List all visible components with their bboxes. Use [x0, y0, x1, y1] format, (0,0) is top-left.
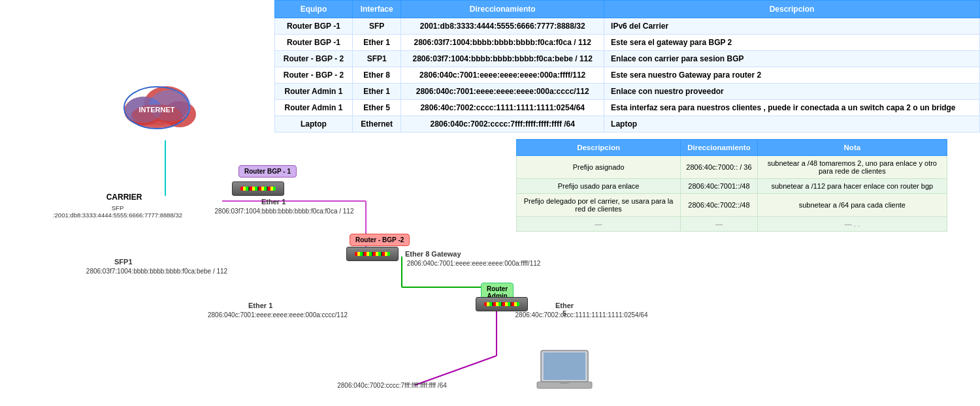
table-row: Prefijo usado para enlace2806:40c:7001::… — [517, 179, 947, 194]
cell-descripcion: Este sera nuestro Gateway para router 2 — [604, 67, 980, 84]
cell2-descripcion: Prefijo delegado por el carrier, se usar… — [517, 194, 681, 217]
cell2-nota: subnetear a /48 tomaremos 2, uno para en… — [757, 156, 947, 179]
table-row: ——— . . — [517, 217, 947, 232]
table-row: LaptopEthernet2806:040c:7002:cccc:7fff:f… — [275, 116, 980, 133]
table-row: Prefijo delegado por el carrier, se usar… — [517, 194, 947, 217]
cell2-descripcion: Prefijo usado para enlace — [517, 179, 681, 194]
sfp1-addr: 2806:03f7:1004:bbbb:bbbb:bbbb:f0ca:bebe … — [65, 268, 248, 275]
table-row: Router - BGP - 2Ether 82806:040c:7001:ee… — [275, 67, 980, 84]
table-row: Prefijo asignado2806:40c:7000:: / 36subn… — [517, 156, 947, 179]
svg-point-18 — [559, 381, 570, 384]
main-table: Equipo Interface Direccionamiento Descri… — [274, 0, 980, 133]
cell2-direccionamiento: — — [681, 217, 758, 232]
cell-equipo: Router - BGP - 2 — [275, 67, 353, 84]
cell-equipo: Router Admin 1 — [275, 84, 353, 100]
table-row: Router Admin 1Ether 52806:40c:7002:cccc:… — [275, 100, 980, 116]
cell-direccionamiento: 2806:040c:7002:cccc:7fff:ffff:ffff:ffff … — [401, 116, 604, 133]
cell-direccionamiento: 2806:03f7:1004:bbbb:bbbb:bbbb:f0ca:bebe … — [401, 51, 604, 67]
table-row: Router BGP -1SFP2001:db8:3333:4444:5555:… — [275, 18, 980, 35]
cell-descripcion: Este sera el gateway para BGP 2 — [604, 35, 980, 51]
cell2-direccionamiento: 2806:40c:7002::/48 — [681, 194, 758, 217]
cell-descripcion: Laptop — [604, 116, 980, 133]
laptop-addr: 2806:040c:7002:cccc:7fff:ffff:ffff:ffff … — [287, 382, 497, 389]
table-row: Router BGP -1Ether 12806:03f7:1004:bbbb:… — [275, 35, 980, 51]
cell-direccionamiento: 2806:040c:7001:eeee:eeee:eeee:000a:cccc/… — [401, 84, 604, 100]
ether1-admin-addr: 2806:040c:7001:eeee:eeee:eeee:000a:cccc/… — [186, 311, 369, 319]
cell2-descripcion: — — [517, 217, 681, 232]
router-admin1-device — [476, 297, 528, 311]
col-interface: Interface — [352, 1, 400, 18]
cell-interface: Ether 5 — [352, 100, 400, 116]
cell2-descripcion: Prefijo asignado — [517, 156, 681, 179]
data-tables: Equipo Interface Direccionamiento Descri… — [274, 0, 980, 232]
cell-direccionamiento: 2806:40c:7002:cccc:1111:1111:1111:0254/6… — [401, 100, 604, 116]
cell-equipo: Router BGP -1 — [275, 35, 353, 51]
router-bgp2-device — [346, 247, 399, 261]
cell2-direccionamiento: 2806:40c:7001::/48 — [681, 179, 758, 194]
carrier-label: CARRIER — [85, 193, 163, 202]
internet-cloud: INTERNET — [118, 78, 196, 131]
sfp1-label: SFP1 — [114, 258, 133, 266]
cell-interface: Ethernet — [352, 116, 400, 133]
col-equipo: Equipo — [275, 1, 353, 18]
table-row: Router - BGP - 2SFP12806:03f7:1004:bbbb:… — [275, 51, 980, 67]
col2-nota: Nota — [757, 140, 947, 156]
ether8-label: Ether 8 Gateway — [405, 250, 461, 258]
cell2-nota: — . . — [757, 217, 947, 232]
router-bgp2-label: Router - BGP -2 — [350, 234, 410, 246]
cell2-direccionamiento: 2806:40c:7000:: / 36 — [681, 156, 758, 179]
col2-descripcion: Descripcion — [517, 140, 681, 156]
internet-text: INTERNET — [139, 106, 175, 114]
cell-direccionamiento: 2806:040c:7001:eeee:eeee:eeee:000a:ffff/… — [401, 67, 604, 84]
cell-equipo: Laptop — [275, 116, 353, 133]
cell-direccionamiento: 2001:db8:3333:4444:5555:6666:7777:8888/3… — [401, 18, 604, 35]
cell-descripcion: Enlace con carrier para sesion BGP — [604, 51, 980, 67]
cell2-nota: subnetear a /112 para hacer enlace con r… — [757, 179, 947, 194]
ether8-addr: 2806:040c:7001:eeee:eeee:eeee:000a:ffff/… — [395, 260, 552, 267]
cell-direccionamiento: 2806:03f7:1004:bbbb:bbbb:bbbb:f0ca:f0ca … — [401, 35, 604, 51]
col2-direccionamiento: Direccionamiento — [681, 140, 758, 156]
cell-descripcion: Enlace con nuestro proveedor — [604, 84, 980, 100]
cell-interface: Ether 1 — [352, 84, 400, 100]
cell-interface: Ether 1 — [352, 35, 400, 51]
col-direccionamiento: Direccionamiento — [401, 1, 604, 18]
col-descripcion: Descripcion — [604, 1, 980, 18]
second-table: Descripcion Direccionamiento Nota Prefij… — [516, 139, 947, 232]
cell-interface: SFP1 — [352, 51, 400, 67]
cell2-nota: subnetear a /64 para cada cliente — [757, 194, 947, 217]
cell-interface: SFP — [352, 18, 400, 35]
cell-equipo: Router BGP -1 — [275, 18, 353, 35]
carrier-sfp: SFP :2001:db8:3333:4444:5555:6666:7777:8… — [52, 204, 183, 219]
table-row: Router Admin 1Ether 12806:040c:7001:eeee… — [275, 84, 980, 100]
ether1-admin-label: Ether 1 — [248, 302, 272, 309]
laptop-icon — [536, 349, 595, 392]
cell-equipo: Router Admin 1 — [275, 100, 353, 116]
cell-equipo: Router - BGP - 2 — [275, 51, 353, 67]
cell-descripcion: IPv6 del Carrier — [604, 18, 980, 35]
cell-descripcion: Esta interfaz sera para nuestros cliente… — [604, 100, 980, 116]
ether5-addr: 2806:40c:7002:cccc:1111:1111:1111:0254/6… — [490, 311, 673, 319]
svg-rect-16 — [544, 352, 585, 380]
svg-line-6 — [415, 356, 497, 385]
cell-interface: Ether 8 — [352, 67, 400, 84]
